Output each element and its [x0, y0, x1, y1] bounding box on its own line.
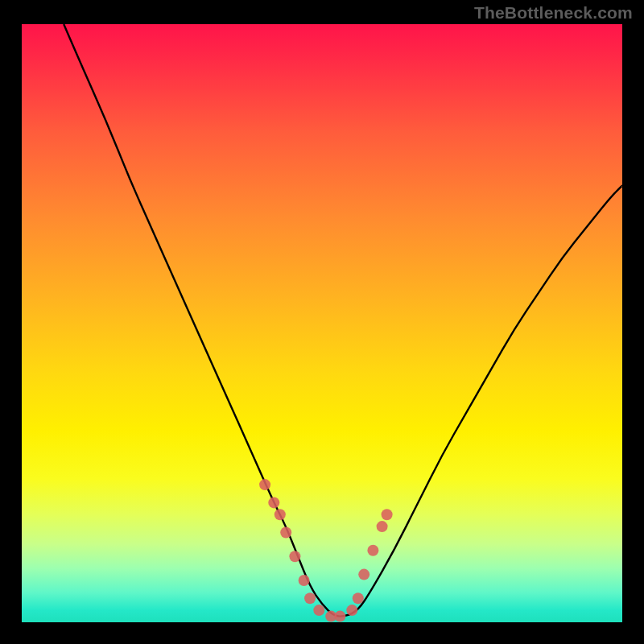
- curve-dot: [304, 592, 316, 604]
- bottleneck-curve: [64, 24, 622, 617]
- watermark-text: TheBottleneck.com: [474, 3, 633, 23]
- curve-dot: [377, 521, 388, 532]
- curve-dot: [275, 509, 286, 520]
- chart-frame: [22, 24, 622, 622]
- curve-dot: [382, 509, 393, 520]
- curve-dot: [367, 545, 378, 556]
- curve-dot: [289, 551, 300, 562]
- curve-dot: [313, 605, 324, 616]
- curve-dot: [299, 575, 310, 586]
- curve-dot: [334, 611, 345, 622]
- curve-dot: [358, 569, 369, 580]
- curve-dot: [346, 605, 357, 616]
- chart-svg: [22, 24, 622, 622]
- curve-dot: [353, 592, 364, 604]
- curve-dot: [259, 479, 270, 490]
- curve-dot: [268, 497, 279, 508]
- curve-dot: [280, 527, 291, 539]
- curve-dots: [259, 479, 393, 622]
